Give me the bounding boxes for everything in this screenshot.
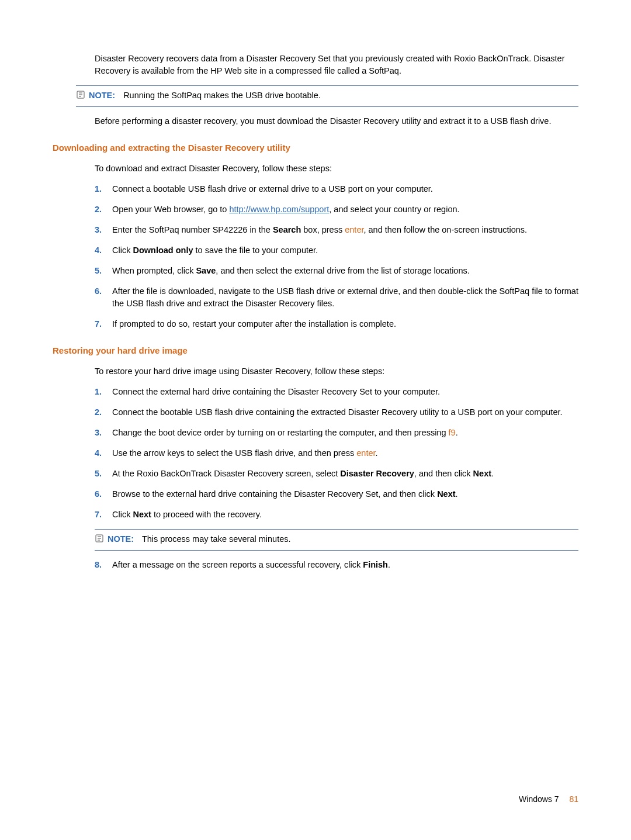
step-number: 5.	[95, 265, 112, 277]
step-text: Click Download only to save the file to …	[112, 244, 578, 257]
steps-download: 1. Connect a bootable USB flash drive or…	[95, 183, 578, 330]
key-enter: enter	[345, 225, 363, 234]
note-text: Running the SoftPaq makes the USB drive …	[123, 91, 321, 100]
list-item: 1. Connect a bootable USB flash drive or…	[95, 183, 578, 195]
list-item: 2. Open your Web browser, go to http://w…	[95, 203, 578, 216]
key-f9: f9	[449, 428, 456, 437]
step-text: Connect the external hard drive containi…	[112, 386, 578, 398]
step-text: Enter the SoftPaq number SP42226 in the …	[112, 224, 578, 236]
step-number: 2.	[95, 203, 112, 216]
note-label: NOTE:	[108, 534, 134, 544]
step-number: 7.	[95, 318, 112, 330]
list-item: 7. Click Next to proceed with the recove…	[95, 509, 578, 521]
step-number: 1.	[95, 386, 112, 398]
step-number: 7.	[95, 509, 112, 521]
step-text: Connect a bootable USB flash drive or ex…	[112, 183, 578, 195]
document-page: Disaster Recovery recovers data from a D…	[0, 0, 631, 840]
step-number: 4.	[95, 447, 112, 459]
heading-restore: Restoring your hard drive image	[53, 344, 578, 357]
note-label: NOTE:	[89, 91, 115, 100]
step-number: 3.	[95, 427, 112, 439]
step-text: After the file is downloaded, navigate t…	[112, 285, 578, 310]
step-number: 1.	[95, 183, 112, 195]
list-item: 2. Connect the bootable USB flash drive …	[95, 406, 578, 419]
page-footer: Windows 7 81	[519, 793, 578, 805]
list-item: 4. Click Download only to save the file …	[95, 244, 578, 257]
step-text: Click Next to proceed with the recovery.	[112, 509, 578, 521]
h2-intro: To restore your hard drive image using D…	[53, 365, 578, 378]
note-icon	[76, 89, 89, 103]
note-box-2: NOTE: This process may take several minu…	[95, 529, 578, 551]
step-text: Open your Web browser, go to http://www.…	[112, 203, 578, 216]
list-item: 3. Enter the SoftPaq number SP42226 in t…	[95, 224, 578, 236]
list-item: 5. At the Roxio BackOnTrack Disaster Rec…	[95, 468, 578, 480]
step-text: After a message on the screen reports a …	[112, 559, 578, 571]
list-item: 6. Browse to the external hard drive con…	[95, 488, 578, 500]
step-text: If prompted to do so, restart your compu…	[112, 318, 578, 330]
step-text: Change the boot device order by turning …	[112, 427, 578, 439]
step-text: At the Roxio BackOnTrack Disaster Recove…	[112, 468, 578, 480]
list-item: 3. Change the boot device order by turni…	[95, 427, 578, 439]
step-number: 4.	[95, 244, 112, 257]
intro-paragraph: Disaster Recovery recovers data from a D…	[53, 53, 578, 77]
page-number: 81	[569, 794, 578, 804]
step-text: Use the arrow keys to select the USB fla…	[112, 447, 578, 459]
step-number: 6.	[95, 285, 112, 298]
heading-download: Downloading and extracting the Disaster …	[53, 141, 578, 154]
step-text: Browse to the external hard drive contai…	[112, 488, 578, 500]
list-item: 5. When prompted, click Save, and then s…	[95, 265, 578, 277]
note-icon	[95, 533, 108, 547]
h1-intro: To download and extract Disaster Recover…	[53, 163, 578, 175]
step-number: 8.	[95, 559, 112, 571]
steps-restore: 1. Connect the external hard drive conta…	[95, 386, 578, 521]
step-text: When prompted, click Save, and then sele…	[112, 265, 578, 277]
step-number: 2.	[95, 406, 112, 419]
list-item: 1. Connect the external hard drive conta…	[95, 386, 578, 398]
note-content: NOTE: This process may take several minu…	[108, 533, 578, 545]
hp-support-link[interactable]: http://www.hp.com/support	[229, 205, 329, 214]
list-item: 7. If prompted to do so, restart your co…	[95, 318, 578, 330]
list-item: 4. Use the arrow keys to select the USB …	[95, 447, 578, 459]
list-item: 6. After the file is downloaded, navigat…	[95, 285, 578, 310]
note-box-1: NOTE: Running the SoftPaq makes the USB …	[76, 85, 578, 107]
before-paragraph: Before performing a disaster recovery, y…	[53, 115, 578, 127]
step-number: 3.	[95, 224, 112, 236]
note-content: NOTE: Running the SoftPaq makes the USB …	[89, 89, 578, 102]
step-number: 5.	[95, 468, 112, 480]
steps-restore-cont: 8. After a message on the screen reports…	[95, 559, 578, 571]
key-enter: enter	[356, 448, 375, 458]
step-text: Connect the bootable USB flash drive con…	[112, 406, 578, 419]
note-text: This process may take several minutes.	[142, 534, 291, 544]
footer-section: Windows 7	[519, 794, 559, 804]
list-item: 8. After a message on the screen reports…	[95, 559, 578, 571]
step-number: 6.	[95, 488, 112, 500]
